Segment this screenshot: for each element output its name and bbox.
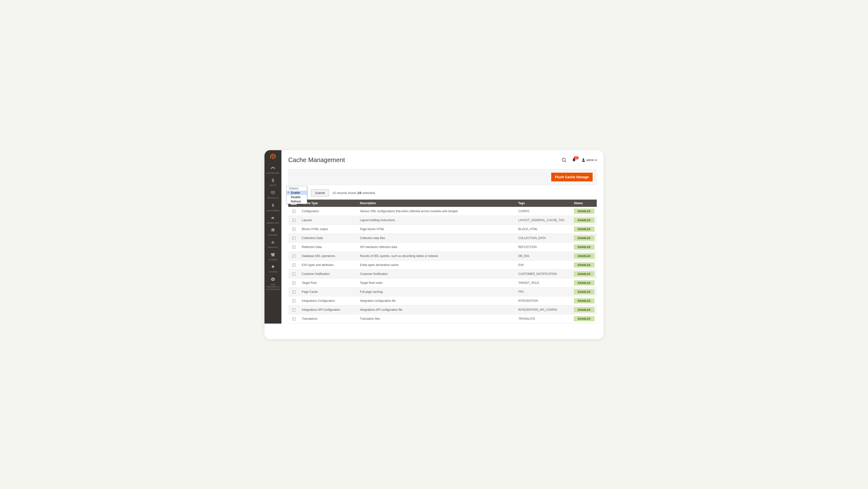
sidebar-item-label: CUSTOMERS [267,210,279,212]
row-checkbox[interactable]: ✓ [292,317,296,320]
flush-cache-storage-button[interactable]: Flush Cache Storage [551,173,593,181]
dollar-icon: $ [272,178,274,183]
sidebar-item-system[interactable]: SYSTEM [265,262,281,275]
chevron-down-icon: ▾ [595,158,597,162]
cell-tags: WEBSERVICE [516,323,571,324]
cell-cache-type: Web Services Configuration [299,323,358,324]
sidebar-item-marketing[interactable]: MARKETING [265,213,281,226]
cell-description: Full page caching [358,287,516,296]
row-checkbox[interactable]: ✓ [292,281,296,284]
row-checkbox[interactable]: ✓ [292,219,296,222]
th-tags[interactable]: Tags [516,200,571,207]
row-checkbox[interactable]: ✓ [292,210,296,213]
row-checkbox[interactable]: ✓ [292,308,296,311]
row-checkbox[interactable]: ✓ [292,299,296,303]
th-cache-type[interactable]: Cache Type [299,200,358,207]
row-checkbox[interactable]: ✓ [292,273,296,276]
table-row[interactable]: ✓Target RuleTarget Rule IndexTARGET_RULE… [288,278,597,287]
cell-tags: LAYOUT_GENERAL_CACHE_TAG [516,216,571,224]
sidebar-item-dashboard[interactable]: DASHBOARD [265,163,281,176]
sidebar-item-content[interactable]: CONTENT [265,225,281,238]
cell-cache-type: EAV types and attributes [299,261,358,269]
table-row[interactable]: ✓Integrations API ConfigurationIntegrati… [288,305,597,314]
logo[interactable] [265,150,281,163]
actions-option-disable[interactable]: Disable [286,195,307,199]
cell-description: Results of DDL queries, such as describi… [358,251,516,261]
table-row[interactable]: ✓LayoutsLayout building instructionsLAYO… [288,216,597,224]
status-badge: ENABLED [574,307,594,312]
sidebar-item-label: STORES [269,259,277,261]
table-row[interactable]: ✓TranslationsTranslation filesTRANSLATEE… [288,314,597,323]
sidebar-item-sales[interactable]: $SALES [265,176,281,188]
main-content: Cache Management 54 admin ▾ Flush Cache … [281,150,603,324]
table-row[interactable]: ✓ConfigurationVarious XML configurations… [288,207,597,216]
actions-option-refresh[interactable]: Refresh [286,199,307,204]
sidebar-item-label: SALES [270,184,276,186]
table-row[interactable]: ✓Integrations ConfigurationIntegration c… [288,296,597,305]
row-checkbox[interactable]: ✓ [292,228,296,231]
controls-row: ActionsEnableDisableRefresh Submit 15 re… [288,189,597,197]
actions-option-enable[interactable]: Enable [286,191,307,195]
table-header-row: ✓ ▼ Cache Type Description Tags Status [288,200,597,207]
search-button[interactable] [562,158,566,162]
cell-description: REST and SOAP configurations, generated … [358,323,516,324]
magento-logo-icon [270,153,276,160]
person-icon [271,203,275,209]
box-icon [271,190,275,196]
status-badge: ENABLED [574,245,594,249]
notification-badge: 54 [574,156,579,159]
sidebar-item-stores[interactable]: STORES [265,250,281,263]
cell-cache-type: Configuration [299,207,358,216]
cache-table: ✓ ▼ Cache Type Description Tags Status ✓… [288,200,597,324]
th-description[interactable]: Description [358,200,516,207]
cell-tags: DB_DDL [516,251,571,261]
row-checkbox[interactable]: ✓ [292,237,296,240]
th-status[interactable]: Status [571,200,597,207]
table-body: ✓ConfigurationVarious XML configurations… [288,207,597,324]
table-row[interactable]: ✓Customer NotificationCustomer Notificat… [288,269,597,278]
sidebar-item-find-partners-extensions[interactable]: FIND PARTNERS & EXTENSIONS [265,275,281,292]
row-checkbox[interactable]: ✓ [292,254,296,258]
cell-cache-type: Page Cache [299,287,358,296]
cell-cache-type: Layouts [299,216,358,224]
actions-dropdown-open[interactable]: ActionsEnableDisableRefresh [286,186,307,204]
cell-tags: EAV [516,261,571,269]
table-row[interactable]: ✓EAV types and attributesEntity types de… [288,261,597,269]
table-row[interactable]: ✓Page CacheFull page cachingFPCENABLED [288,287,597,296]
notifications-button[interactable]: 54 [572,158,576,162]
status-badge: ENABLED [574,316,594,321]
cell-tags: INTEGRATION [516,296,571,305]
table-row[interactable]: ✓Reflection DataAPI interfaces reflectio… [288,242,597,251]
sidebar-item-label: FIND PARTNERS & EXTENSIONS [265,284,281,291]
sidebar-item-reports[interactable]: REPORTS [265,238,281,250]
cell-cache-type: Customer Notification [299,269,358,278]
cell-cache-type: Database DDL operations [299,251,358,261]
chart-icon [271,240,275,245]
table-row[interactable]: ✓Blocks HTML outputPage blocks HTMLBLOCK… [288,224,597,234]
cell-description: Integration configuration file [358,296,516,305]
cell-tags: FPC [516,287,571,296]
sidebar-item-customers[interactable]: CUSTOMERS [265,201,281,213]
row-checkbox[interactable]: ✓ [292,264,296,267]
row-checkbox[interactable]: ✓ [292,246,296,249]
status-badge: ENABLED [574,298,594,303]
row-checkbox[interactable]: ✓ [292,291,296,294]
cell-description: Customer Notification [358,269,516,278]
submit-button[interactable]: Submit [311,189,329,196]
cell-tags: BLOCK_HTML [516,224,571,234]
cell-tags: REFLECTION [516,242,571,251]
cell-cache-type: Blocks HTML output [299,224,358,234]
status-badge: ENABLED [574,280,594,285]
sidebar-item-label: REPORTS [268,246,278,249]
layout-icon [271,228,275,233]
table-row[interactable]: ✓Database DDL operationsResults of DDL q… [288,251,597,261]
sidebar-item-products[interactable]: PRODUCTS [265,188,281,201]
cell-description: API interfaces reflection data [358,242,516,251]
app-root: DASHBOARD$SALESPRODUCTSCUSTOMERSMARKETIN… [265,150,603,324]
action-bar: Flush Cache Storage [288,169,597,185]
cell-description: Translation files [358,314,516,323]
table-row[interactable]: ✓Web Services ConfigurationREST and SOAP… [288,323,597,324]
table-row[interactable]: ✓Collections DataCollection data filesCO… [288,234,597,242]
user-menu[interactable]: admin ▾ [582,158,597,162]
sidebar-item-label: PRODUCTS [267,197,279,199]
